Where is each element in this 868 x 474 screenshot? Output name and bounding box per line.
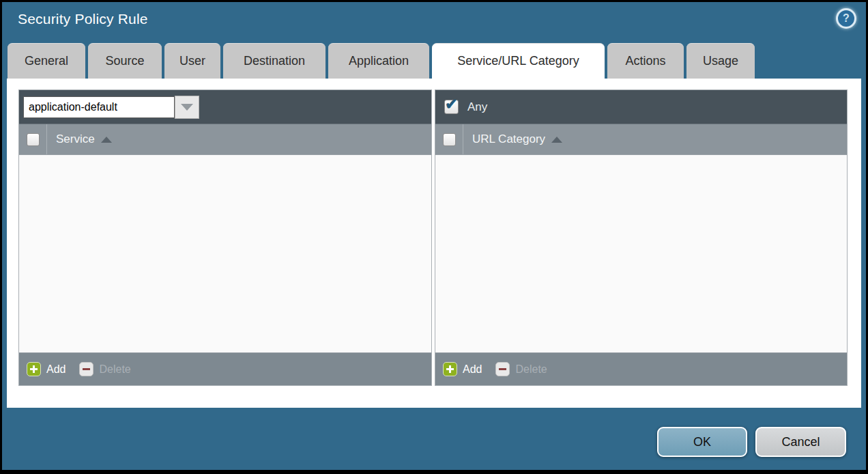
- minus-icon: [79, 362, 93, 376]
- tab-usage[interactable]: Usage: [686, 43, 755, 79]
- tab-content-sheet: Service Add Delete Any: [7, 79, 861, 408]
- cancel-button[interactable]: Cancel: [755, 427, 846, 457]
- question-mark-glyph: ?: [843, 12, 850, 25]
- service-select-all-cell: [19, 124, 47, 154]
- help-icon[interactable]: ?: [836, 8, 856, 29]
- tab-destination[interactable]: Destination: [223, 43, 326, 79]
- delete-label: Delete: [515, 363, 547, 376]
- tab-general[interactable]: General: [8, 43, 85, 79]
- service-type-input[interactable]: [23, 96, 175, 118]
- service-column-label[interactable]: Service: [56, 133, 95, 146]
- plus-icon: [443, 362, 457, 376]
- minus-icon: [495, 362, 510, 376]
- service-dropdown-bar: [19, 90, 431, 124]
- url-category-select-all-checkbox[interactable]: [443, 133, 456, 146]
- sort-ascending-icon[interactable]: [101, 137, 112, 143]
- url-category-column-header-row: URL Category: [435, 124, 847, 155]
- tab-user[interactable]: User: [164, 43, 220, 79]
- security-policy-rule-dialog: Security Policy Rule ? General Source Us…: [2, 2, 866, 470]
- plus-icon: [27, 362, 41, 376]
- service-column-header-row: Service: [19, 124, 431, 155]
- add-label: Add: [46, 363, 66, 376]
- tab-actions[interactable]: Actions: [607, 43, 684, 79]
- tab-bar: General Source User Destination Applicat…: [8, 43, 755, 79]
- url-category-select-all-cell: [435, 124, 463, 154]
- tab-service-url-category[interactable]: Service/URL Category: [432, 43, 605, 79]
- chevron-down-icon: [181, 104, 193, 111]
- service-panel: Service Add Delete: [18, 89, 432, 386]
- sort-ascending-icon[interactable]: [551, 137, 562, 143]
- ok-button[interactable]: OK: [657, 427, 747, 457]
- url-category-footer-bar: Add Delete: [435, 352, 847, 385]
- service-footer-bar: Add Delete: [19, 352, 431, 385]
- any-checkbox[interactable]: [444, 100, 459, 114]
- url-category-add-button[interactable]: Add: [443, 362, 482, 376]
- service-select-all-checkbox[interactable]: [27, 133, 40, 146]
- url-category-list[interactable]: [435, 155, 847, 352]
- url-category-any-bar: Any: [435, 90, 847, 124]
- tab-application[interactable]: Application: [328, 43, 429, 79]
- add-label: Add: [463, 363, 482, 376]
- url-category-panel: Any URL Category Add Delete: [435, 89, 848, 386]
- tab-source[interactable]: Source: [88, 43, 162, 79]
- delete-label: Delete: [99, 363, 130, 376]
- service-add-button[interactable]: Add: [27, 362, 66, 376]
- service-delete-button[interactable]: Delete: [79, 362, 130, 376]
- any-label: Any: [467, 100, 487, 114]
- url-category-column-label[interactable]: URL Category: [472, 133, 545, 146]
- dialog-title: Security Policy Rule: [18, 11, 148, 27]
- url-category-delete-button[interactable]: Delete: [495, 362, 547, 376]
- service-list[interactable]: [19, 155, 431, 352]
- service-type-dropdown-button[interactable]: [175, 96, 199, 119]
